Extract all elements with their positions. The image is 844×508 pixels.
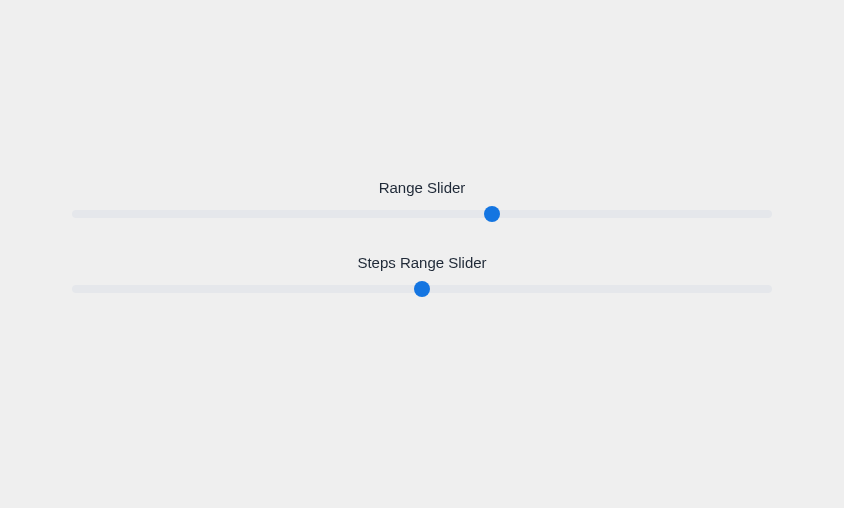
steps-range-slider-track[interactable] <box>72 285 772 293</box>
steps-range-slider-group: Steps Range Slider <box>72 254 772 293</box>
range-slider-group: Range Slider <box>72 179 772 218</box>
range-slider-label: Range Slider <box>72 179 772 196</box>
steps-range-slider-label: Steps Range Slider <box>72 254 772 271</box>
range-slider-track[interactable] <box>72 210 772 218</box>
